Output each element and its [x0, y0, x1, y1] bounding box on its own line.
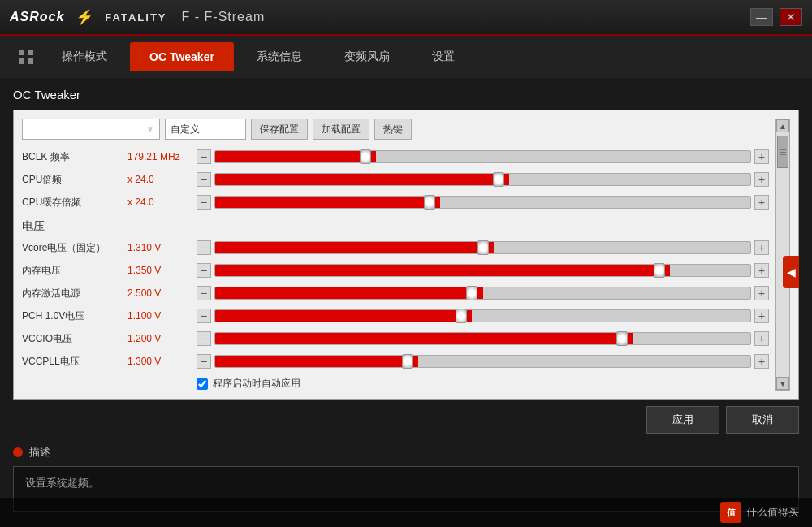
page-title: OC Tweaker [13, 88, 799, 102]
load-config-button[interactable]: 加载配置 [313, 119, 369, 140]
auto-apply-checkbox[interactable] [197, 378, 208, 390]
hotkey-button[interactable]: 热键 [374, 119, 412, 140]
scroll-line-1 [780, 149, 786, 150]
slider-container: − + [197, 309, 769, 323]
param-name: CPU倍频 [22, 173, 127, 187]
slider-track[interactable] [214, 241, 751, 254]
slider-increment[interactable]: + [754, 286, 769, 300]
separator-icon: ⚡ [76, 8, 93, 26]
slider-container: − + [197, 331, 769, 346]
param-rows: BCLK 频率 179.21 MHz − + CPU倍频 x 24.0 − + … [22, 148, 769, 211]
table-row: Vcore电压（固定） 1.310 V − + [22, 239, 769, 257]
action-buttons: 应用 取消 [13, 406, 799, 434]
scroll-thumb[interactable] [777, 136, 788, 168]
title-bar: ASRock ⚡ FATALITY F - F-Stream — ✕ [0, 0, 812, 36]
param-value: 1.100 V [127, 310, 197, 322]
oc-main: ▼ 自定义 保存配置 加载配置 热键 BCLK 频率 179.21 MHz − … [22, 119, 769, 391]
tab-mode[interactable]: 操作模式 [42, 42, 127, 71]
oc-panel: ▼ 自定义 保存配置 加载配置 热键 BCLK 频率 179.21 MHz − … [13, 110, 799, 400]
scroll-thumb-lines [780, 149, 786, 155]
param-name: VCCPLL电压 [22, 355, 127, 369]
slider-track[interactable] [214, 196, 751, 209]
slider-decrement[interactable]: − [197, 149, 211, 164]
slider-track[interactable] [214, 264, 751, 277]
slider-increment[interactable]: + [754, 309, 769, 323]
slider-thumb[interactable] [456, 309, 467, 323]
svg-rect-1 [28, 50, 33, 55]
desc-text: 设置系统超频。 [25, 477, 99, 489]
app-title: F - F-Stream [182, 10, 266, 24]
slider-decrement[interactable]: − [197, 286, 211, 300]
table-row: 内存电压 1.350 V − + [22, 261, 769, 279]
checkbox-label: 程序启动时自动应用 [213, 377, 300, 391]
slider-thumb[interactable] [360, 149, 371, 164]
cancel-button[interactable]: 取消 [726, 406, 799, 434]
slider-track[interactable] [214, 287, 751, 300]
tab-oc[interactable]: OC Tweaker [130, 42, 234, 71]
collapse-arrow[interactable]: ◀ [783, 256, 799, 288]
table-row: CPU缓存倍频 x 24.0 − + [22, 193, 769, 211]
slider-thumb[interactable] [616, 331, 628, 346]
slider-container: − + [197, 240, 769, 255]
save-config-button[interactable]: 保存配置 [251, 119, 308, 140]
slider-increment[interactable]: + [754, 331, 769, 346]
slider-decrement[interactable]: − [197, 195, 211, 210]
param-name: BCLK 频率 [22, 150, 127, 164]
slider-track[interactable] [214, 173, 751, 186]
param-name: Vcore电压（固定） [22, 241, 127, 255]
config-row: ▼ 自定义 保存配置 加载配置 热键 [22, 119, 769, 140]
svg-rect-3 [28, 58, 33, 64]
scrollbar[interactable]: ▲ ▼ [775, 119, 790, 391]
param-value: 1.310 V [127, 242, 197, 253]
grid-icon[interactable] [13, 44, 39, 70]
tab-settings[interactable]: 设置 [412, 42, 474, 71]
oc-panel-wrapper: ▼ 自定义 保存配置 加载配置 热键 BCLK 频率 179.21 MHz − … [13, 110, 799, 434]
svg-rect-0 [19, 50, 24, 55]
tab-fan[interactable]: 变频风扇 [325, 42, 409, 71]
slider-decrement[interactable]: − [197, 263, 211, 278]
slider-thumb[interactable] [466, 286, 477, 300]
window-controls: — ✕ [750, 8, 802, 26]
slider-thumb[interactable] [402, 354, 413, 369]
slider-thumb[interactable] [477, 240, 489, 255]
param-value: 1.200 V [127, 333, 197, 344]
slider-track[interactable] [214, 150, 751, 163]
slider-thumb[interactable] [424, 195, 435, 210]
slider-increment[interactable]: + [754, 354, 769, 369]
slider-thumb[interactable] [654, 263, 665, 278]
config-label: 自定义 [165, 119, 246, 140]
slider-decrement[interactable]: − [197, 309, 211, 323]
slider-track[interactable] [214, 355, 751, 368]
slider-container: − + [197, 354, 769, 369]
close-button[interactable]: ✕ [780, 8, 802, 26]
minimize-button[interactable]: — [750, 8, 773, 26]
slider-increment[interactable]: + [754, 240, 769, 255]
param-value: 2.500 V [127, 287, 197, 299]
slider-track[interactable] [214, 309, 751, 322]
slider-increment[interactable]: + [754, 149, 769, 164]
checkbox-row: 程序启动时自动应用 [22, 377, 769, 391]
svg-rect-2 [19, 58, 24, 64]
slider-decrement[interactable]: − [197, 172, 211, 187]
param-name: 内存激活电源 [22, 287, 127, 300]
param-name: VCCIO电压 [22, 332, 127, 346]
slider-decrement[interactable]: − [197, 354, 211, 369]
main-content: OC Tweaker ▼ 自定义 保存配置 加载配置 热键 BCLK 频率 [0, 78, 812, 521]
bottom-bar: 值 什么值得买 [0, 498, 812, 527]
param-value: x 24.0 [127, 197, 197, 208]
slider-track[interactable] [214, 332, 751, 345]
scroll-up-arrow[interactable]: ▲ [776, 119, 789, 132]
apply-button[interactable]: 应用 [646, 406, 719, 434]
scroll-down-arrow[interactable]: ▼ [776, 377, 789, 390]
slider-decrement[interactable]: − [197, 240, 211, 255]
slider-decrement[interactable]: − [197, 331, 211, 346]
slider-increment[interactable]: + [754, 172, 769, 187]
slider-increment[interactable]: + [754, 195, 769, 210]
config-select[interactable]: ▼ [22, 119, 160, 140]
tab-sysinfo[interactable]: 系统信息 [237, 42, 322, 71]
slider-thumb[interactable] [493, 172, 504, 187]
slider-container: − + [197, 263, 769, 278]
slider-container: − + [197, 286, 769, 300]
slider-increment[interactable]: + [754, 263, 769, 278]
nav-bar: 操作模式 OC Tweaker 系统信息 变频风扇 设置 [0, 36, 812, 78]
